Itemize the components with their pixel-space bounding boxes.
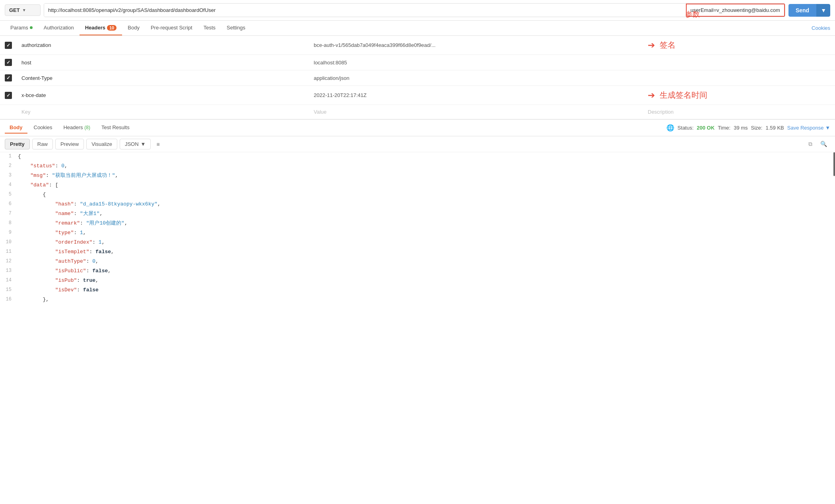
code-line-15: 15 "isDev": false	[0, 286, 835, 295]
size-value: 1.59 KB	[765, 125, 784, 131]
tab-headers[interactable]: Headers 10	[80, 21, 122, 35]
row-value-authorization: bce-auth-v1/565dab7a049f4eaca399f66d8e0f…	[309, 36, 643, 55]
url-highlighted-param[interactable]: userEmail=v_zhouwenting@baidu.com	[686, 4, 785, 17]
table-row: authorization bce-auth-v1/565dab7a049f4e…	[0, 36, 835, 55]
row-checkbox-host[interactable]	[0, 55, 17, 70]
tab-body[interactable]: Body	[122, 21, 145, 35]
resp-tab-headers[interactable]: Headers (8)	[58, 122, 95, 134]
params-annotation-label: 参数	[685, 10, 700, 19]
search-icon[interactable]: 🔍	[817, 139, 830, 149]
format-type-label: JSON	[125, 141, 139, 147]
resp-tab-headers-label: Headers	[63, 124, 83, 130]
sign-annotation-label: 签名	[660, 40, 676, 50]
response-tabs-row: Body Cookies Headers (8) Test Results 🌐 …	[0, 119, 835, 136]
row-checkbox-xbcedate[interactable]	[0, 86, 17, 105]
url-bar: GET ▼ userEmail=v_zhouwenting@baidu.com …	[0, 0, 835, 21]
line-content: "msg": "获取当前用户大屏成功！",	[18, 171, 835, 181]
line-content: "remark": "用户10创建的",	[18, 219, 835, 229]
line-number: 1	[0, 152, 18, 162]
row-checkbox-content-type[interactable]	[0, 70, 17, 86]
table-row: x-bce-date 2022-11-20T22:17:41Z ➔ 生成签名时间	[0, 86, 835, 105]
row-value-content-type: application/json	[309, 70, 643, 86]
method-select[interactable]: GET ▼	[5, 4, 41, 16]
row-checkbox-authorization[interactable]	[0, 36, 17, 55]
row-desc-host	[643, 55, 835, 70]
headers-table: authorization bce-auth-v1/565dab7a049f4e…	[0, 36, 835, 119]
resp-tab-cookies[interactable]: Cookies	[29, 122, 57, 134]
code-line-12: 12 "authType": 0,	[0, 257, 835, 267]
line-number: 10	[0, 238, 18, 248]
line-content: "isPub": true,	[18, 276, 835, 286]
tab-params-label: Params	[10, 25, 28, 31]
preview-button[interactable]: Preview	[55, 139, 84, 149]
row-value-host: localhost:8085	[309, 55, 643, 70]
tab-tests[interactable]: Tests	[198, 21, 221, 35]
send-button[interactable]: Send	[788, 4, 816, 17]
checkbox-icon[interactable]	[5, 42, 12, 49]
tab-settings-label: Settings	[227, 25, 245, 31]
key-placeholder[interactable]: Key	[17, 105, 309, 119]
status-label: Status:	[678, 125, 693, 131]
line-content: "hash": "d_ada15-8tkyaopy-wkx6ky",	[18, 200, 835, 209]
url-input-container: userEmail=v_zhouwenting@baidu.com	[44, 3, 785, 17]
checkbox-icon[interactable]	[5, 74, 12, 81]
headers-section: authorization bce-auth-v1/565dab7a049f4e…	[0, 36, 835, 119]
line-number: 9	[0, 229, 18, 238]
resp-tab-test-results[interactable]: Test Results	[97, 122, 134, 134]
line-number: 11	[0, 248, 18, 257]
row-value-xbcedate: 2022-11-20T22:17:41Z	[309, 86, 643, 105]
line-content: "isDev": false	[18, 286, 835, 295]
value-placeholder[interactable]: Value	[309, 105, 643, 119]
table-placeholder-row: Key Value Description	[0, 105, 835, 119]
visualize-button[interactable]: Visualize	[86, 139, 117, 149]
tab-prerequest[interactable]: Pre-request Script	[145, 21, 198, 35]
checkbox-icon[interactable]	[5, 59, 12, 66]
params-annotation: 参数	[685, 8, 700, 19]
line-content: "type": 1,	[18, 229, 835, 238]
globe-icon: 🌐	[666, 124, 674, 132]
tab-authorization-label: Authorization	[44, 25, 74, 31]
params-dot	[30, 26, 33, 29]
line-number: 12	[0, 257, 18, 267]
checkbox-icon[interactable]	[5, 92, 12, 99]
sign-time-annotation-label: 生成签名时间	[660, 90, 707, 101]
desc-placeholder[interactable]: Description	[643, 105, 835, 119]
response-status-area: 🌐 Status: 200 OK Time: 39 ms Size: 1.59 …	[666, 124, 830, 132]
code-line-13: 13 "isPublic": false,	[0, 267, 835, 276]
table-row: host localhost:8085	[0, 55, 835, 70]
tab-authorization[interactable]: Authorization	[38, 21, 80, 35]
line-content: "orderIndex": 1,	[18, 238, 835, 248]
row-key-content-type: Content-Type	[17, 70, 309, 86]
row-key-authorization: authorization	[17, 36, 309, 55]
copy-icon[interactable]: ⧉	[805, 139, 816, 149]
pretty-button[interactable]: Pretty	[5, 139, 30, 149]
resp-tab-body-label: Body	[10, 124, 23, 130]
line-number: 8	[0, 219, 18, 229]
code-line-6: 6 "hash": "d_ada15-8tkyaopy-wkx6ky",	[0, 200, 835, 209]
line-number: 2	[0, 162, 18, 171]
tab-settings[interactable]: Settings	[221, 21, 251, 35]
send-group: Send ▼	[788, 4, 830, 17]
line-number: 15	[0, 286, 18, 295]
scrollbar-indicator[interactable]	[833, 152, 835, 176]
save-response-button[interactable]: Save Response ▼	[787, 125, 830, 131]
line-content: {	[18, 152, 835, 162]
resp-tab-body[interactable]: Body	[5, 122, 27, 134]
sign-arrow-icon: ➔	[648, 40, 655, 50]
status-value: 200 OK	[697, 125, 715, 131]
send-dropdown-button[interactable]: ▼	[816, 4, 830, 17]
filter-icon[interactable]: ≡	[153, 139, 163, 149]
row-desc-xbcedate: ➔ 生成签名时间	[643, 86, 835, 105]
row-desc-authorization: ➔ 签名	[643, 36, 835, 55]
tab-prerequest-label: Pre-request Script	[151, 25, 192, 31]
code-line-14: 14 "isPub": true,	[0, 276, 835, 286]
cookies-link[interactable]: Cookies	[812, 25, 830, 31]
raw-button[interactable]: Raw	[32, 139, 53, 149]
resp-tab-test-results-label: Test Results	[101, 124, 130, 130]
url-main-input[interactable]	[44, 4, 686, 17]
code-line-16: 16 },	[0, 295, 835, 305]
format-type-select[interactable]: JSON ▼	[120, 139, 151, 149]
tab-params[interactable]: Params	[5, 21, 38, 35]
line-number: 6	[0, 200, 18, 209]
line-content: "authType": 0,	[18, 257, 835, 267]
